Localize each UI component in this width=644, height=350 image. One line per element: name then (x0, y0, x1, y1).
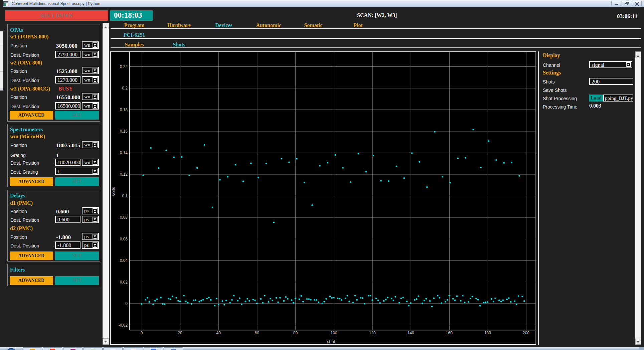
svg-text:200: 200 (523, 331, 529, 335)
svg-text:180: 180 (484, 331, 491, 335)
svg-text:0.22: 0.22 (120, 64, 128, 69)
svg-text:120: 120 (369, 331, 376, 335)
svg-text:0.18: 0.18 (120, 108, 128, 112)
svg-text:40: 40 (216, 331, 221, 335)
svg-text:0: 0 (141, 331, 143, 335)
svg-text:0.2: 0.2 (122, 86, 128, 91)
svg-text:shot: shot (327, 339, 335, 344)
svg-text:100: 100 (330, 331, 337, 335)
svg-text:volts: volts (111, 187, 116, 196)
svg-text:0.04: 0.04 (120, 258, 128, 263)
svg-text:0.16: 0.16 (120, 129, 128, 134)
svg-text:160: 160 (446, 331, 453, 335)
svg-text:0: 0 (125, 301, 128, 306)
svg-text:-0.02: -0.02 (119, 323, 128, 328)
svg-text:0.08: 0.08 (120, 215, 128, 220)
svg-text:60: 60 (255, 331, 260, 335)
svg-text:0.14: 0.14 (120, 151, 128, 155)
svg-text:140: 140 (408, 331, 414, 335)
svg-text:20: 20 (178, 331, 182, 335)
svg-text:80: 80 (293, 331, 298, 335)
svg-text:0.12: 0.12 (120, 172, 128, 177)
svg-text:0.02: 0.02 (120, 280, 128, 285)
svg-text:0.06: 0.06 (120, 237, 128, 241)
svg-text:0.1: 0.1 (122, 194, 128, 198)
